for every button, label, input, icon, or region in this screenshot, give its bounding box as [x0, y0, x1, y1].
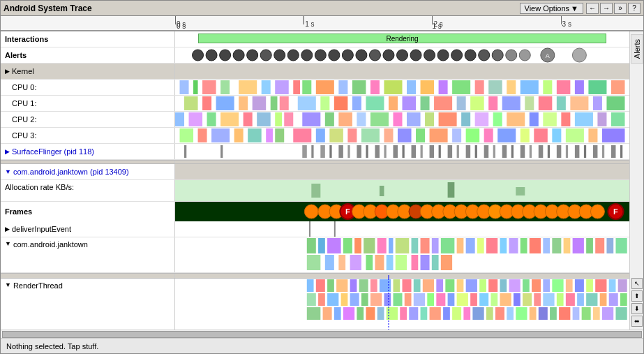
divider-content-1	[175, 161, 629, 163]
svg-rect-333	[495, 307, 504, 320]
interactions-row: Interactions Rendering	[1, 31, 629, 47]
alerts-circles: A	[175, 47, 629, 63]
svg-rect-113	[198, 128, 207, 142]
svg-rect-156	[439, 145, 441, 158]
kernel-section-content[interactable]	[175, 64, 629, 79]
svg-rect-69	[352, 96, 361, 110]
svg-rect-152	[403, 145, 405, 158]
view-options-button[interactable]: View Options ▼	[520, 3, 584, 14]
janktown-thread-content[interactable]	[175, 237, 629, 272]
svg-rect-101	[439, 112, 457, 126]
svg-rect-60	[202, 96, 211, 110]
app-title: Android System Trace	[3, 3, 92, 13]
render-thread-label[interactable]: ▼ RenderThread	[1, 279, 175, 330]
frames-content[interactable]: F	[175, 202, 629, 221]
svg-rect-48	[439, 80, 448, 94]
svg-rect-292	[370, 293, 382, 306]
cpu0-content[interactable]	[175, 80, 629, 95]
svg-rect-230	[486, 238, 497, 253]
svg-rect-74	[434, 96, 452, 110]
svg-rect-178	[311, 184, 320, 198]
pan-down-button[interactable]: ⬇	[631, 303, 643, 314]
alloc-rate-label[interactable]: Allocation rate KB/s:	[1, 180, 175, 201]
timeline-ruler: 0 s 1 s 0 s 1 s 2 s 3 s 4 s 5 s	[1, 16, 643, 31]
cpu1-label[interactable]: CPU 1:	[1, 96, 175, 111]
svg-point-30	[572, 48, 586, 62]
h-scrollbar[interactable]	[1, 330, 643, 338]
janktown-header-content[interactable]	[175, 164, 629, 179]
cpu3-label[interactable]: CPU 3:	[1, 128, 175, 143]
forward-button[interactable]: →	[600, 3, 613, 14]
svg-rect-306	[523, 293, 532, 306]
svg-rect-344	[615, 307, 627, 320]
interactions-content[interactable]: Rendering	[175, 31, 629, 47]
svg-rect-297	[427, 293, 434, 306]
alerts-label[interactable]: Alerts	[1, 47, 175, 63]
janktown-thread-label[interactable]: ▼ com.android.janktown	[1, 237, 175, 272]
frames-label[interactable]: Frames	[1, 202, 175, 221]
alerts-content[interactable]: A	[175, 47, 629, 63]
more-button[interactable]: »	[614, 3, 627, 14]
cursor-tool-button[interactable]: ↖	[631, 278, 643, 289]
alerts-tab[interactable]: Alerts	[631, 34, 643, 64]
surface-flinger-content[interactable]	[175, 144, 629, 159]
cpu2-trace	[175, 112, 629, 127]
back-button[interactable]: ←	[586, 3, 599, 14]
deliver-input-label[interactable]: ▶ deliverInputEvent	[1, 221, 175, 237]
svg-rect-36	[239, 80, 257, 94]
kernel-section-label[interactable]: ▶ Kernel	[1, 64, 175, 79]
svg-rect-245	[338, 255, 345, 270]
svg-rect-165	[521, 145, 525, 158]
cpu0-label[interactable]: CPU 0:	[1, 80, 175, 95]
svg-point-6	[220, 50, 231, 61]
svg-rect-58	[611, 80, 625, 94]
surface-flinger-text: SurfaceFlinger (pid 118)	[12, 147, 94, 156]
right-tool-panel: Alerts ↖ ⬆ ⬇ ⬌	[629, 31, 643, 330]
svg-rect-288	[327, 293, 338, 306]
svg-rect-71	[389, 96, 398, 110]
svg-rect-105	[507, 112, 525, 126]
svg-rect-282	[586, 279, 593, 292]
svg-rect-301	[470, 293, 477, 306]
svg-rect-305	[514, 293, 521, 306]
help-button[interactable]: ?	[628, 3, 641, 14]
svg-point-28	[519, 50, 530, 61]
svg-point-18	[383, 50, 394, 61]
pan-lr-button[interactable]: ⬌	[631, 316, 643, 327]
svg-rect-275	[509, 279, 520, 292]
svg-rect-121	[329, 128, 343, 142]
svg-rect-226	[441, 238, 455, 253]
svg-rect-47	[421, 80, 435, 94]
h-scrollbar-thumb[interactable]	[2, 331, 642, 338]
svg-rect-268	[436, 279, 443, 292]
cpu2-content[interactable]	[175, 112, 629, 127]
svg-text:A: A	[546, 52, 550, 59]
nav-group: ← → » ?	[586, 3, 641, 14]
janktown-thread-trace	[175, 237, 629, 272]
svg-rect-118	[275, 128, 284, 142]
svg-rect-70	[366, 96, 384, 110]
svg-rect-253	[432, 255, 439, 270]
svg-rect-291	[361, 293, 368, 306]
svg-rect-281	[575, 279, 584, 292]
cpu3-content[interactable]	[175, 128, 629, 143]
svg-rect-249	[387, 255, 394, 270]
janktown-header-label[interactable]: ▼ com.android.janktown (pid 13409)	[1, 164, 175, 179]
svg-rect-221	[389, 238, 394, 253]
surface-flinger-label[interactable]: ▶ SurfaceFlinger (pid 118)	[1, 144, 175, 159]
svg-point-183	[304, 205, 318, 219]
render-thread-content[interactable]	[175, 279, 629, 330]
svg-rect-161	[484, 145, 489, 158]
svg-rect-147	[357, 145, 361, 158]
pan-up-button[interactable]: ⬆	[631, 290, 643, 302]
interactions-label[interactable]: Interactions	[1, 31, 175, 47]
svg-rect-261	[359, 279, 368, 292]
cpu2-label[interactable]: CPU 2:	[1, 112, 175, 127]
svg-rect-254	[441, 255, 452, 270]
deliver-input-content[interactable]	[175, 221, 629, 237]
svg-point-20	[410, 50, 421, 61]
svg-rect-316	[307, 307, 321, 320]
cpu1-content[interactable]	[175, 96, 629, 111]
svg-rect-91	[275, 112, 282, 126]
alloc-rate-content[interactable]	[175, 180, 629, 201]
